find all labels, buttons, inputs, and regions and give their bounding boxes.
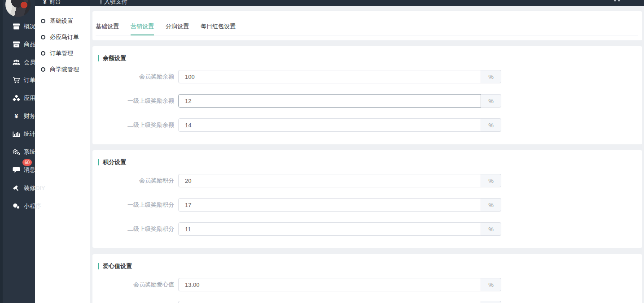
sidebar-item-finance[interactable]: ¥财务 bbox=[3, 107, 35, 125]
percent-addon: % bbox=[481, 301, 501, 303]
radio-circle-icon bbox=[41, 67, 45, 72]
radio-circle-icon bbox=[41, 35, 45, 39]
topbar: ¥前台入驻支付 bbox=[0, 0, 644, 6]
section-accent-bar bbox=[98, 263, 99, 269]
form-label: 一级上级奖励余额 bbox=[92, 94, 174, 108]
submenu-item-biyingniao-orders[interactable]: 必应鸟订单 bbox=[35, 30, 90, 44]
topbar-item-label: 前台 bbox=[49, 0, 61, 6]
sidebar: 60 概况商品会员订单应用¥财务统计系统消息装修DIY小程序 bbox=[0, 0, 35, 303]
input-group: % bbox=[178, 174, 501, 187]
topbar-right-fragment bbox=[614, 0, 616, 1]
section-title: 积分设置 bbox=[98, 158, 126, 166]
percent-addon: % bbox=[481, 118, 501, 132]
secondary-menu: 基础设置必应鸟订单订单管理商学院管理 bbox=[35, 6, 90, 303]
form-input[interactable] bbox=[178, 118, 481, 132]
sidebar-item-label: 应用 bbox=[24, 94, 35, 102]
circle-icon bbox=[101, 0, 101, 4]
form-input[interactable] bbox=[178, 174, 481, 187]
submenu-item-order-management[interactable]: 订单管理 bbox=[35, 47, 90, 60]
cart-icon bbox=[13, 77, 20, 83]
sidebar-item-label: 财务 bbox=[24, 112, 35, 120]
avatar[interactable] bbox=[5, 0, 31, 17]
form-input[interactable] bbox=[178, 94, 481, 108]
section-accent-bar bbox=[98, 159, 99, 165]
topbar-item-payment[interactable]: 入驻支付 bbox=[101, 0, 127, 6]
sidebar-item-orders[interactable]: 订单 bbox=[3, 71, 35, 89]
percent-addon: % bbox=[481, 198, 501, 212]
section-title-text: 积分设置 bbox=[103, 158, 126, 166]
sidebar-item-system[interactable]: 系统 bbox=[3, 143, 35, 161]
miniprogram-icon bbox=[13, 203, 20, 209]
input-group: % bbox=[178, 118, 501, 132]
input-group: % bbox=[178, 222, 501, 236]
app-window: ¥前台入驻支付 60 概况商品会员订单应用¥财务统计系统消息装修DIY小程序 基… bbox=[0, 0, 644, 303]
tab-basic[interactable]: 基础设置 bbox=[96, 22, 119, 35]
sidebar-item-apps[interactable]: 应用 bbox=[3, 89, 35, 107]
messages-badge: 60 bbox=[22, 159, 32, 166]
form-label: 一级上级奖励积分 bbox=[92, 198, 174, 212]
sidebar-item-label: 统计 bbox=[24, 130, 35, 138]
form-input-partial[interactable] bbox=[178, 301, 481, 303]
submenu-item-business-school[interactable]: 商学院管理 bbox=[35, 63, 90, 76]
sidebar-item-label: 系统 bbox=[24, 148, 35, 156]
tab-marketing[interactable]: 营销设置 bbox=[131, 22, 154, 35]
form-label: 会员奖励积分 bbox=[92, 174, 174, 187]
form-row-partial: % bbox=[92, 301, 642, 303]
percent-addon: % bbox=[481, 94, 501, 108]
form-label: 会员奖励爱心值 bbox=[92, 278, 174, 291]
form-row: 会员奖励积分% bbox=[92, 174, 642, 187]
submenu-item-label: 商学院管理 bbox=[50, 65, 79, 74]
tab-profit[interactable]: 分润设置 bbox=[166, 22, 189, 35]
topbar-right-fragment bbox=[618, 0, 620, 1]
tab-card: 基础设置营销设置分润设置每日红包设置 bbox=[92, 11, 642, 40]
form-label: 二级上级奖励余额 bbox=[92, 118, 174, 132]
submenu-item-label: 基础设置 bbox=[50, 17, 73, 25]
form-label: 会员奖励余额 bbox=[92, 70, 174, 83]
hammer-icon bbox=[13, 185, 20, 191]
sidebar-item-label: 装修DIY bbox=[24, 184, 45, 192]
sidebar-item-decorate-diy[interactable]: 装修DIY bbox=[3, 179, 35, 197]
main-content: 基础设置营销设置分润设置每日红包设置 余额设置会员奖励余额%一级上级奖励余额%二… bbox=[90, 6, 644, 303]
tab-redpacket[interactable]: 每日红包设置 bbox=[201, 22, 236, 35]
yen-icon: ¥ bbox=[13, 113, 20, 119]
section-card-0: 余额设置会员奖励余额%一级上级奖励余额%二级上级奖励余额% bbox=[92, 46, 642, 144]
form-row: 会员奖励爱心值% bbox=[92, 278, 642, 291]
sidebar-item-label: 订单 bbox=[24, 76, 35, 84]
sidebar-item-members[interactable]: 会员 bbox=[3, 53, 35, 71]
chat-bubble-icon bbox=[13, 167, 20, 173]
tabs-row: 基础设置营销设置分润设置每日红包设置 bbox=[96, 22, 638, 35]
form-row: 二级上级奖励余额% bbox=[92, 118, 642, 132]
topbar-item-frontdesk[interactable]: ¥前台 bbox=[43, 0, 61, 6]
sidebar-item-label: 小程序 bbox=[24, 202, 41, 210]
topbar-item-label: 入驻支付 bbox=[104, 0, 127, 6]
gears-icon bbox=[13, 149, 20, 155]
form-input[interactable] bbox=[178, 198, 481, 212]
input-group: % bbox=[178, 278, 501, 291]
radio-circle-icon bbox=[41, 19, 45, 23]
section-card-1: 积分设置会员奖励积分%一级上级奖励积分%二级上级奖励积分% bbox=[92, 150, 642, 248]
form-input[interactable] bbox=[178, 222, 481, 236]
form-input[interactable] bbox=[178, 278, 481, 291]
form-row: 二级上级奖励积分% bbox=[92, 222, 642, 236]
form-row: 一级上级奖励余额% bbox=[92, 94, 642, 108]
percent-addon: % bbox=[481, 174, 501, 187]
sidebar-item-label: 概况 bbox=[24, 22, 35, 30]
sidebar-item-label: 会员 bbox=[24, 58, 35, 66]
sidebar-item-overview[interactable]: 概况 bbox=[3, 17, 35, 35]
sidebar-item-goods[interactable]: 商品 bbox=[3, 35, 35, 53]
bar-chart-icon bbox=[13, 131, 20, 137]
input-group: % bbox=[178, 70, 501, 83]
section-title: 爱心值设置 bbox=[98, 262, 132, 270]
submenu-item-basic-settings[interactable]: 基础设置 bbox=[35, 14, 90, 28]
sidebar-item-stats[interactable]: 统计 bbox=[3, 125, 35, 143]
section-title-text: 余额设置 bbox=[103, 54, 126, 62]
yen-icon: ¥ bbox=[43, 0, 47, 5]
input-group: % bbox=[178, 198, 501, 212]
percent-addon: % bbox=[481, 222, 501, 236]
sidebar-item-label: 消息 bbox=[24, 166, 35, 174]
apps-icon bbox=[13, 95, 20, 101]
section-title: 余额设置 bbox=[98, 54, 126, 62]
form-input[interactable] bbox=[178, 70, 481, 83]
members-icon bbox=[13, 59, 20, 65]
sidebar-item-miniprogram[interactable]: 小程序 bbox=[3, 197, 35, 215]
